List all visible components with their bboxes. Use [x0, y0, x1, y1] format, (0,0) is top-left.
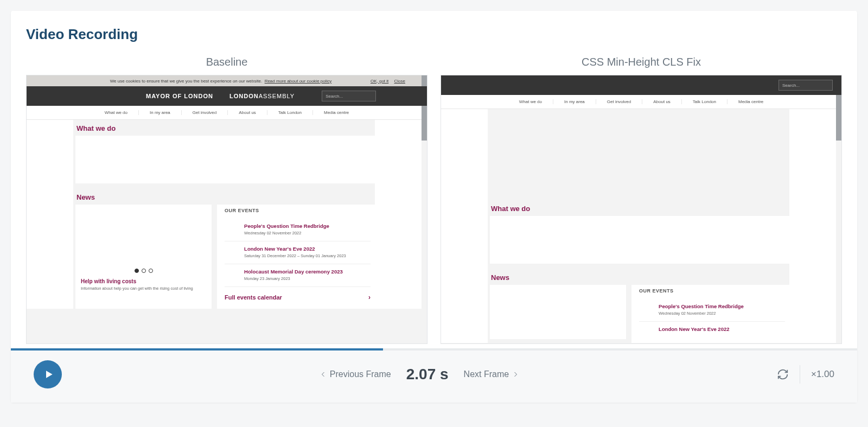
section-what-we-do: What we do [490, 200, 793, 216]
baseline-snapshot: We use cookies to ensure that we give yo… [26, 75, 427, 344]
nav-item: Media centre [312, 110, 360, 115]
cookie-close: Close [394, 79, 405, 84]
fix-label: CSS Min-Height CLS Fix [441, 56, 842, 68]
dot [149, 269, 153, 273]
chevron-right-icon: › [368, 294, 371, 301]
news-card: Help with living costs Information about… [75, 205, 212, 309]
nav-item: Media centre [727, 99, 774, 104]
chevron-right-icon [512, 371, 519, 378]
sidebar-left [27, 120, 73, 309]
playback-speed[interactable]: ×1.00 [811, 369, 834, 380]
section-news: News [75, 189, 378, 205]
brand-assembly: LONDONASSEMBLY [229, 93, 295, 99]
loop-button[interactable] [777, 368, 789, 380]
events-panel: OUR EVENTS People's Question Time Redbri… [631, 285, 793, 343]
event-item: People's Question Time Redbridge Wednesd… [639, 299, 785, 322]
nav-item: Talk London [267, 110, 312, 115]
nav-item: About us [642, 99, 681, 104]
cookie-link: Read more about our cookie policy [265, 79, 332, 84]
site-nav: What we do In my area Get involved About… [441, 95, 841, 109]
comparison-row: Baseline We use cookies to ensure that w… [26, 56, 842, 344]
nav-item: In my area [138, 110, 181, 115]
event-item: People's Question Time Redbridge Wednesd… [225, 219, 371, 241]
nav-item: About us [227, 110, 267, 115]
search-input: Search... [778, 80, 833, 91]
sidebar-left [441, 109, 488, 343]
event-title: London New Year's Eve 2022 [244, 246, 371, 252]
search-input: Search... [322, 91, 376, 101]
fix-column: CSS Min-Height CLS Fix Search... What we… [441, 56, 842, 344]
event-title: Holocaust Memorial Day ceremony 2023 [244, 269, 371, 275]
nav-item: In my area [553, 99, 596, 104]
site-header: MAYOR OF LONDON LONDONASSEMBLY Search... [27, 86, 427, 106]
next-frame-button[interactable]: Next Frame [464, 369, 519, 379]
what-we-do-box [75, 136, 378, 183]
right-controls: ×1.00 [777, 365, 834, 384]
section-news: News [490, 269, 793, 285]
previous-frame-button[interactable]: Previous Frame [320, 369, 391, 379]
site-header: Search... [441, 75, 841, 95]
event-date: Wednesday 02 November 2022 [659, 311, 785, 316]
carousel-dots [135, 269, 153, 273]
events-heading: OUR EVENTS [639, 288, 785, 294]
play-button[interactable] [34, 360, 62, 388]
video-recording-card: Video Recording Baseline We use cookies … [11, 11, 857, 403]
card-title: Video Recording [26, 26, 842, 43]
event-title: People's Question Time Redbridge [244, 223, 371, 229]
event-item: London New Year's Eve 2022 [639, 322, 785, 337]
cookie-ok: OK, got it [371, 79, 388, 84]
what-we-do-box [490, 216, 793, 264]
nav-item: Get involved [596, 99, 642, 104]
divider [800, 365, 800, 384]
sidebar-right [789, 109, 836, 343]
event-title: People's Question Time Redbridge [659, 303, 785, 309]
full-calendar-link: Full events calendar › [225, 287, 371, 303]
event-date: Wednesday 02 November 2022 [244, 231, 371, 235]
events-heading: OUR EVENTS [225, 208, 371, 213]
event-item: London New Year's Eve 2022 Saturday 31 D… [225, 241, 371, 264]
cookie-text: We use cookies to ensure that we give yo… [110, 79, 262, 84]
progress-bar[interactable] [11, 348, 857, 350]
section-what-we-do: What we do [75, 120, 378, 136]
play-icon [43, 369, 54, 380]
nav-item: What we do [508, 99, 553, 104]
timestamp: 2.07 s [406, 366, 449, 383]
sidebar-right [375, 120, 422, 309]
nav-item: What we do [94, 110, 138, 115]
cookie-banner: We use cookies to ensure that we give yo… [27, 75, 427, 86]
site-body: What we do News Help [27, 120, 427, 309]
baseline-label: Baseline [26, 56, 427, 68]
events-panel: OUR EVENTS People's Question Time Redbri… [217, 205, 378, 309]
loop-icon [777, 368, 789, 380]
news-row: OUR EVENTS People's Question Time Redbri… [490, 285, 793, 343]
event-title: London New Year's Eve 2022 [659, 326, 785, 332]
dot-active [135, 269, 139, 273]
news-desc: Information about help you can get with … [81, 286, 206, 291]
event-date: Saturday 31 December 2022 – Sunday 01 Ja… [244, 253, 371, 258]
playback-controls: Previous Frame 2.07 s Next Frame ×1.00 [11, 350, 857, 403]
site-nav: What we do In my area Get involved About… [27, 106, 427, 120]
news-title: Help with living costs [81, 278, 206, 284]
dot [142, 269, 146, 273]
event-date: Monday 23 January 2023 [244, 276, 371, 281]
site-body: What we do News OUR EVENTS People's Ques… [441, 109, 841, 343]
event-item: Holocaust Memorial Day ceremony 2023 Mon… [225, 264, 371, 287]
frame-nav: Previous Frame 2.07 s Next Frame [62, 366, 777, 383]
fix-snapshot: Search... What we do In my area Get invo… [441, 75, 842, 344]
news-row: Help with living costs Information about… [75, 205, 378, 309]
brand-mayor: MAYOR OF LONDON [146, 93, 213, 99]
progress-fill [11, 348, 383, 350]
chevron-left-icon [320, 371, 327, 378]
nav-item: Get involved [181, 110, 227, 115]
news-card [490, 285, 626, 339]
nav-item: Talk London [681, 99, 727, 104]
baseline-column: Baseline We use cookies to ensure that w… [26, 56, 427, 344]
